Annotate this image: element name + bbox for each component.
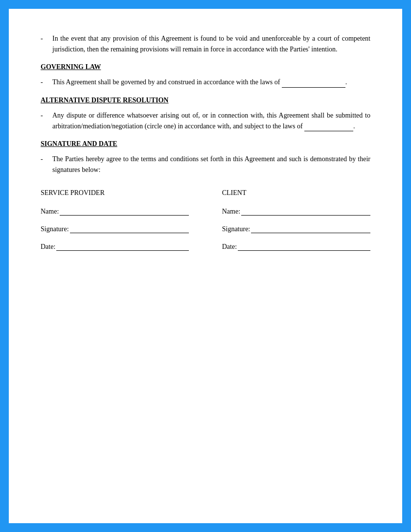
client-signature-field: Signature: — [222, 224, 370, 233]
provider-name-line — [60, 207, 189, 216]
governing-law-heading: GOVERNING LAW — [41, 63, 370, 71]
client-label: CLIENT — [222, 189, 370, 197]
signature-section: SIGNATURE AND DATE - The Parties hereby … — [41, 140, 370, 175]
signature-heading: SIGNATURE AND DATE — [41, 140, 370, 148]
governing-law-blank — [282, 81, 345, 88]
bullet-dash-governing: - — [41, 77, 52, 88]
bullet-dash-severability: - — [41, 33, 52, 54]
service-provider-col: SERVICE PROVIDER Name: Signature: Date: — [41, 189, 189, 260]
adr-heading: ALTERNATIVE DISPUTE RESOLUTION — [41, 97, 370, 104]
governing-law-text: This Agreement shall be governed by and … — [52, 77, 347, 88]
bullet-dash-adr: - — [41, 110, 52, 131]
client-date-label: Date: — [222, 243, 237, 251]
governing-law-section: GOVERNING LAW - This Agreement shall be … — [41, 63, 370, 88]
adr-bullet-item: - Any dispute or difference whatsoever a… — [41, 110, 370, 131]
bullet-dash-signature: - — [41, 154, 52, 175]
signature-bullet-item: - The Parties hereby agree to the terms … — [41, 154, 370, 175]
client-sig-label: Signature: — [222, 225, 251, 233]
governing-law-bullet-item: - This Agreement shall be governed by an… — [41, 77, 370, 88]
provider-name-label: Name: — [41, 208, 59, 216]
severability-section: - In the event that any provision of thi… — [41, 33, 370, 54]
adr-blank — [304, 124, 353, 131]
client-date-line — [238, 242, 370, 251]
provider-signature-field: Signature: — [41, 224, 189, 233]
signature-fields: SERVICE PROVIDER Name: Signature: Date: … — [41, 189, 370, 260]
page-wrapper: - In the event that any provision of thi… — [0, 0, 411, 532]
client-name-line — [241, 207, 370, 216]
client-sig-line — [251, 224, 370, 233]
client-name-label: Name: — [222, 208, 240, 216]
provider-sig-line — [70, 224, 189, 233]
provider-date-label: Date: — [41, 243, 55, 251]
signature-intro-text: The Parties hereby agree to the terms an… — [52, 154, 370, 175]
provider-sig-label: Signature: — [41, 225, 69, 233]
client-col: CLIENT Name: Signature: Date: — [222, 189, 370, 260]
client-date-field: Date: — [222, 242, 370, 251]
adr-section: ALTERNATIVE DISPUTE RESOLUTION - Any dis… — [41, 97, 370, 131]
client-name-field: Name: — [222, 207, 370, 216]
severability-text: In the event that any provision of this … — [52, 33, 370, 54]
service-provider-label: SERVICE PROVIDER — [41, 189, 189, 197]
provider-date-field: Date: — [41, 242, 189, 251]
page-inner: - In the event that any provision of thi… — [9, 9, 402, 523]
provider-name-field: Name: — [41, 207, 189, 216]
adr-text: Any dispute or difference whatsoever ari… — [52, 110, 370, 131]
provider-date-line — [56, 242, 189, 251]
